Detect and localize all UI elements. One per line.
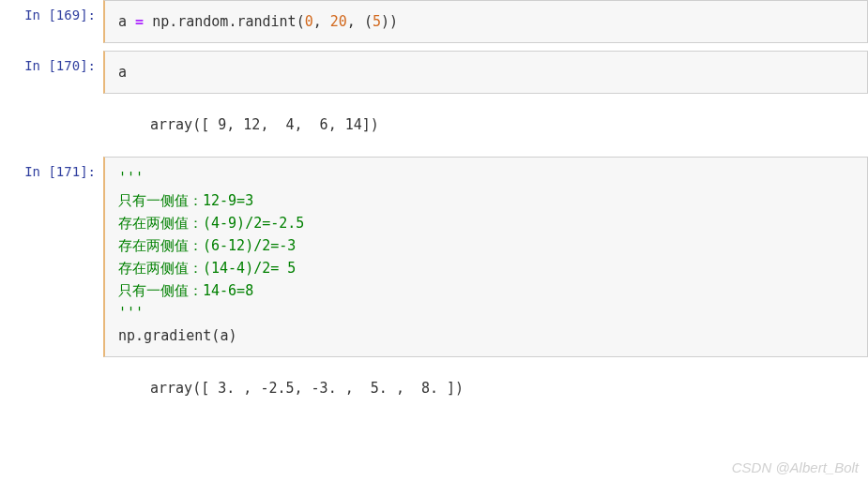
code-token: ) xyxy=(381,13,389,30)
code-output: array([ 9, 12, 4, 6, 14]) xyxy=(103,101,868,149)
code-token: random xyxy=(177,13,228,30)
code-input[interactable]: a xyxy=(103,51,868,94)
code-input[interactable]: ''' 只有一侧值：12-9=3 存在两侧值：(4-9)/2=-2.5 存在两侧… xyxy=(103,157,868,357)
input-prompt: In [170]: xyxy=(0,51,103,94)
code-token: = xyxy=(127,13,152,30)
code-token: randint xyxy=(236,13,296,30)
code-token: ) xyxy=(228,327,236,344)
code-output: array([ 3. , -2.5, -3. , 5. , 8. ]) xyxy=(103,365,868,413)
code-token: 5 xyxy=(373,13,381,30)
docstring-line: 存在两侧值：(6-12)/2=-3 xyxy=(118,237,296,254)
code-cell-170: In [170]: a xyxy=(0,51,868,94)
code-token: 20 xyxy=(330,13,347,30)
code-token: . xyxy=(135,327,144,344)
docstring-line: 存在两侧值：(14-4)/2= 5 xyxy=(118,260,296,277)
code-token: a xyxy=(118,13,127,30)
code-token: np xyxy=(118,327,135,344)
code-token: , xyxy=(347,13,364,30)
code-cell-169: In [169]: a = np.random.randint(0, 20, (… xyxy=(0,0,868,43)
docstring-line: 存在两侧值：(4-9)/2=-2.5 xyxy=(118,215,304,232)
code-token: , xyxy=(313,13,330,30)
docstring-quote: ''' xyxy=(118,170,144,187)
code-cell-171: In [171]: ''' 只有一侧值：12-9=3 存在两侧值：(4-9)/2… xyxy=(0,157,868,357)
docstring-quote: ''' xyxy=(118,305,144,322)
input-prompt: In [171]: xyxy=(0,157,103,357)
code-token: gradient xyxy=(144,327,211,344)
output-prompt xyxy=(0,365,103,413)
code-token: . xyxy=(169,13,177,30)
code-token: 0 xyxy=(305,13,313,30)
code-token: ( xyxy=(297,13,305,30)
output-cell-170: array([ 9, 12, 4, 6, 14]) xyxy=(0,101,868,149)
docstring-line: 只有一侧值：12-9=3 xyxy=(118,192,253,209)
code-token: np xyxy=(152,13,169,30)
code-token: a xyxy=(118,64,127,81)
docstring-line: 只有一侧值：14-6=8 xyxy=(118,282,253,299)
output-prompt xyxy=(0,101,103,149)
code-input[interactable]: a = np.random.randint(0, 20, (5)) xyxy=(103,0,868,43)
input-prompt: In [169]: xyxy=(0,0,103,43)
output-cell-171: array([ 3. , -2.5, -3. , 5. , 8. ]) xyxy=(0,365,868,413)
code-token: ) xyxy=(389,13,398,30)
code-token: ( xyxy=(364,13,373,30)
